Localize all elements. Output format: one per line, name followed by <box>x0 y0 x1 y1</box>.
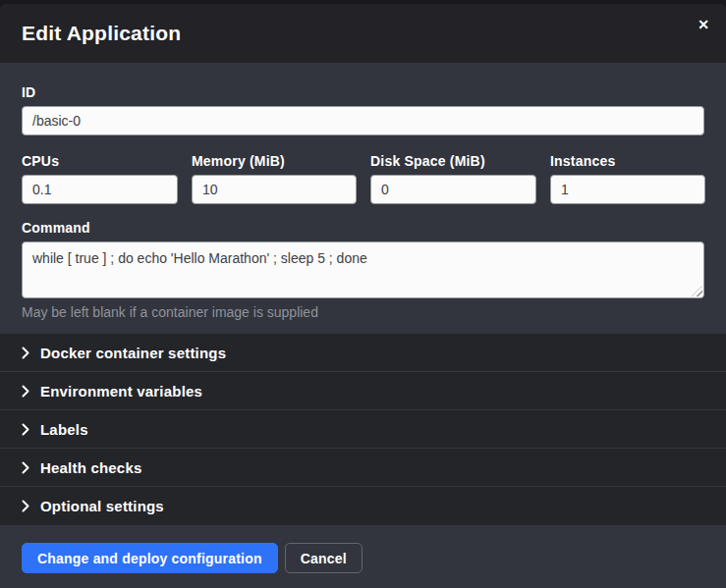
command-textarea[interactable]: while [ true ] ; do echo 'Hello Marathon… <box>22 241 704 298</box>
chevron-right-icon <box>22 500 29 512</box>
cpus-input[interactable] <box>22 175 178 204</box>
section-label: Optional settings <box>40 498 164 514</box>
chevron-right-icon <box>22 461 29 474</box>
cpus-label: CPUs <box>22 153 178 169</box>
collapsible-sections: Docker container settings Environment va… <box>0 334 726 525</box>
application-form: ID CPUs Memory (MiB) Disk Space (MiB) In… <box>0 63 726 334</box>
edit-application-modal: Edit Application ✕ ID CPUs Memory (MiB) … <box>0 4 726 588</box>
section-optional-settings[interactable]: Optional settings <box>0 487 726 525</box>
section-label: Labels <box>40 421 88 438</box>
close-icon[interactable]: ✕ <box>696 16 711 33</box>
memory-input[interactable] <box>192 175 357 204</box>
section-label: Docker container settings <box>40 345 226 361</box>
instances-field-group: Instances <box>550 153 705 204</box>
modal-title: Edit Application <box>22 22 181 45</box>
change-and-deploy-button[interactable]: Change and deploy configuration <box>22 543 278 573</box>
memory-label: Memory (MiB) <box>192 153 357 169</box>
section-labels[interactable]: Labels <box>0 410 726 449</box>
id-input[interactable] <box>22 106 704 135</box>
command-field-group: Command while [ true ] ; do echo 'Hello … <box>22 220 704 320</box>
cpus-field-group: CPUs <box>22 153 178 204</box>
cancel-button[interactable]: Cancel <box>285 543 363 573</box>
disk-label: Disk Space (MiB) <box>370 153 536 169</box>
section-environment-variables[interactable]: Environment variables <box>0 372 726 410</box>
instances-label: Instances <box>550 153 705 169</box>
section-docker-container-settings[interactable]: Docker container settings <box>0 334 726 372</box>
section-health-checks[interactable]: Health checks <box>0 449 726 487</box>
id-label: ID <box>22 84 704 100</box>
chevron-right-icon <box>22 385 29 398</box>
resources-row: CPUs Memory (MiB) Disk Space (MiB) Insta… <box>22 153 704 204</box>
command-help-text: May be left blank if a container image i… <box>22 304 704 320</box>
command-label: Command <box>22 220 704 236</box>
modal-footer: Change and deploy configuration Cancel <box>0 525 726 588</box>
disk-field-group: Disk Space (MiB) <box>370 153 536 204</box>
id-field-group: ID <box>22 84 704 135</box>
modal-header: Edit Application ✕ <box>0 4 726 63</box>
chevron-right-icon <box>22 347 29 359</box>
memory-field-group: Memory (MiB) <box>192 153 357 204</box>
section-label: Health checks <box>40 459 141 476</box>
instances-input[interactable] <box>550 175 705 204</box>
section-label: Environment variables <box>40 383 202 400</box>
disk-input[interactable] <box>370 175 536 204</box>
chevron-right-icon <box>22 423 29 436</box>
